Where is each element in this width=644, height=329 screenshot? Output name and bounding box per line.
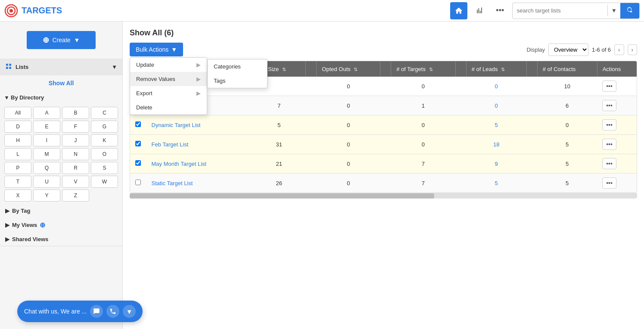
alpha-btn-p[interactable]: P bbox=[4, 162, 31, 174]
col-leads[interactable]: # of Leads ⇅ bbox=[466, 61, 526, 77]
display-select[interactable]: Overview Detail bbox=[548, 43, 588, 56]
alpha-btn-x[interactable]: X bbox=[4, 189, 31, 202]
row-leads-cell-0[interactable]: 0 bbox=[466, 77, 526, 96]
phone-icon-button[interactable] bbox=[106, 305, 119, 318]
search-input[interactable] bbox=[513, 5, 607, 16]
alpha-btn-a[interactable]: A bbox=[33, 107, 60, 119]
remove-values-submenu: Categories Tags bbox=[207, 59, 268, 88]
row-checkbox-cell bbox=[130, 115, 146, 135]
by-directory-arrow-icon: ▾ bbox=[5, 94, 8, 101]
alpha-btn-all[interactable]: All bbox=[4, 107, 31, 119]
search-dropdown-button[interactable]: ▼ bbox=[607, 5, 620, 16]
my-views-plus-icon[interactable]: ⊕ bbox=[40, 221, 45, 229]
alpha-btn-s[interactable]: S bbox=[91, 162, 118, 174]
alpha-btn-g[interactable]: G bbox=[91, 121, 118, 133]
alpha-btn-u[interactable]: U bbox=[33, 176, 60, 188]
alpha-btn-r[interactable]: R bbox=[62, 162, 89, 174]
alpha-btn-h[interactable]: H bbox=[4, 134, 31, 146]
alpha-btn-l[interactable]: L bbox=[4, 148, 31, 160]
bulk-actions-export-item[interactable]: Export ▶ bbox=[130, 86, 207, 100]
alpha-btn-d[interactable]: D bbox=[4, 121, 31, 133]
row-targets-cell-5: 7 bbox=[391, 174, 456, 193]
submenu-categories-item[interactable]: Categories bbox=[208, 59, 267, 74]
row-name-cell-2[interactable]: Dynamic Target List bbox=[146, 115, 252, 135]
search-go-button[interactable] bbox=[620, 3, 639, 19]
alpha-btn-i[interactable]: I bbox=[33, 134, 60, 146]
alpha-btn-w[interactable]: W bbox=[91, 176, 118, 188]
alpha-btn-b[interactable]: B bbox=[62, 107, 89, 119]
row-action-button-5[interactable]: ••• bbox=[602, 177, 616, 189]
row-action-button-4[interactable]: ••• bbox=[602, 158, 616, 169]
alpha-btn-m[interactable]: M bbox=[33, 148, 60, 160]
chart-button[interactable] bbox=[471, 2, 488, 19]
row-action-button-3[interactable]: ••• bbox=[602, 139, 616, 150]
row-name-cell-4[interactable]: May Month Target List bbox=[146, 154, 252, 174]
prev-page-button[interactable]: ‹ bbox=[614, 44, 624, 55]
create-button[interactable]: ⊕ Create ▼ bbox=[27, 31, 96, 49]
alpha-btn-y[interactable]: Y bbox=[33, 189, 60, 202]
alpha-btn-t[interactable]: T bbox=[4, 176, 31, 188]
row-checkbox-cell bbox=[130, 135, 146, 154]
row-checkbox-4[interactable] bbox=[135, 160, 141, 166]
lists-section-header[interactable]: Lists ▼ bbox=[0, 59, 122, 75]
alpha-btn-f[interactable]: F bbox=[62, 121, 89, 133]
row-leads-cell-5[interactable]: 5 bbox=[466, 174, 526, 193]
phone-icon bbox=[109, 308, 116, 315]
main-layout: ⊕ Create ▼ Lists ▼ Show All ▾ By Directo… bbox=[0, 22, 644, 329]
row-name-cell-5[interactable]: Static Target List bbox=[146, 174, 252, 193]
alpha-btn-z[interactable]: Z bbox=[62, 189, 89, 202]
row-action-button-2[interactable]: ••• bbox=[602, 119, 616, 130]
row-checkbox-2[interactable] bbox=[135, 121, 141, 127]
row-action-button-0[interactable]: ••• bbox=[602, 81, 616, 92]
row-checkbox-3[interactable] bbox=[135, 141, 141, 146]
create-dropdown-icon: ▼ bbox=[74, 37, 80, 43]
alpha-btn-q[interactable]: Q bbox=[33, 162, 60, 174]
alpha-btn-k[interactable]: K bbox=[91, 134, 118, 146]
svg-rect-3 bbox=[6, 64, 8, 66]
alpha-btn-n[interactable]: N bbox=[62, 148, 89, 160]
display-label: Display bbox=[526, 47, 545, 53]
row-leads-cell-2[interactable]: 5 bbox=[466, 115, 526, 135]
chat-icon-button[interactable] bbox=[90, 305, 103, 318]
more-options-button[interactable]: ••• bbox=[492, 2, 509, 19]
by-tag-label: By Tag bbox=[12, 208, 30, 214]
page-title: Show All (6) bbox=[130, 28, 637, 37]
row-action-button-1[interactable]: ••• bbox=[602, 100, 616, 111]
row-leads-cell-3[interactable]: 18 bbox=[466, 135, 526, 154]
row-leads-cell-1[interactable]: 0 bbox=[466, 96, 526, 115]
bulk-actions-delete-item[interactable]: Delete bbox=[130, 100, 207, 115]
home-button[interactable] bbox=[450, 2, 467, 19]
table-row: Dynamic Target List 5 0 0 5 0 ••• bbox=[130, 115, 637, 135]
alpha-btn-j[interactable]: J bbox=[62, 134, 89, 146]
alpha-btn-c[interactable]: C bbox=[91, 107, 118, 119]
row-leads-cell-4[interactable]: 9 bbox=[466, 154, 526, 174]
alpha-btn-o[interactable]: O bbox=[91, 148, 118, 160]
sidebar-item-my-views[interactable]: ▶ My Views ⊕ bbox=[0, 217, 122, 233]
svg-rect-6 bbox=[9, 67, 11, 69]
bulk-actions-remove-values-item[interactable]: Remove Values ▶ bbox=[130, 72, 207, 86]
chat-chevron-down-button[interactable]: ▼ bbox=[123, 305, 136, 318]
sidebar-collapse-handle[interactable]: ◀ bbox=[122, 167, 123, 184]
alpha-btn-v[interactable]: V bbox=[62, 176, 89, 188]
bulk-actions-button[interactable]: Bulk Actions ▼ bbox=[130, 43, 183, 56]
submenu-tags-item[interactable]: Tags bbox=[208, 74, 267, 88]
row-name-cell-3[interactable]: Feb Target List bbox=[146, 135, 252, 154]
col-opted-outs[interactable]: Opted Outs ⇅ bbox=[317, 61, 380, 77]
chat-widget[interactable]: Chat with us, We are ... ▼ bbox=[17, 301, 143, 322]
alpha-btn-e[interactable]: E bbox=[33, 121, 60, 133]
show-all-link[interactable]: Show All bbox=[0, 75, 122, 91]
sidebar-item-shared-views[interactable]: ▶ Shared Views bbox=[0, 233, 122, 246]
bulk-actions-menu: Update ▶ Remove Values ▶ Export ▶ Delete bbox=[130, 57, 207, 115]
bulk-actions-update-item[interactable]: Update ▶ bbox=[130, 58, 207, 72]
search-icon bbox=[626, 6, 633, 13]
row-sort-empty2-3 bbox=[380, 135, 391, 154]
row-sort-empty3-1 bbox=[455, 96, 466, 115]
row-checkbox-5[interactable] bbox=[135, 180, 141, 185]
col-targets[interactable]: # of Targets ⇅ bbox=[391, 61, 456, 77]
row-sort-empty2-5 bbox=[380, 174, 391, 193]
sidebar-item-by-tag[interactable]: ▶ By Tag bbox=[0, 204, 122, 217]
col-contacts[interactable]: # of Contacts bbox=[537, 61, 597, 77]
next-page-button[interactable]: › bbox=[628, 44, 637, 55]
horizontal-scrollbar[interactable] bbox=[130, 193, 637, 199]
by-directory-header[interactable]: ▾ By Directory bbox=[0, 91, 122, 104]
